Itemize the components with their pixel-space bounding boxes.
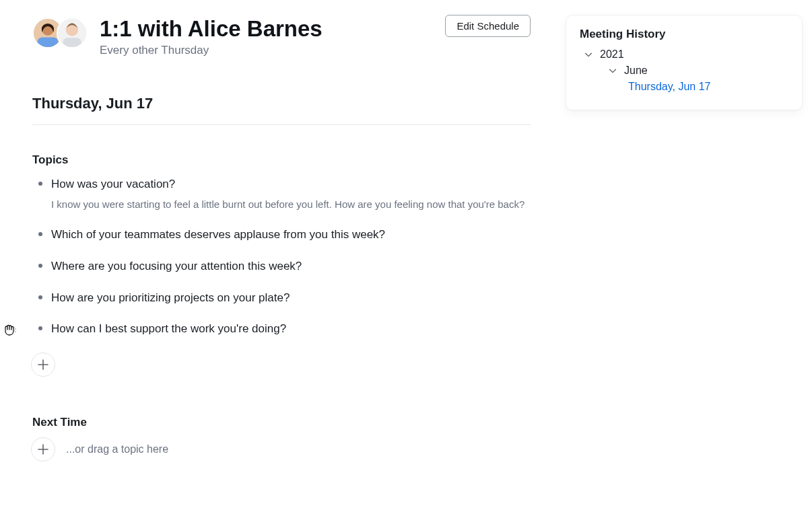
svg-rect-5 [63, 38, 81, 47]
edit-schedule-button[interactable]: Edit Schedule [445, 15, 531, 37]
svg-point-9 [15, 331, 16, 332]
history-entry[interactable]: Thursday, Jun 17 [580, 79, 788, 95]
topic-item[interactable]: Which of your teammates deserves applaus… [32, 227, 531, 244]
svg-point-4 [66, 24, 78, 36]
history-year-label: 2021 [600, 48, 624, 61]
history-entry-link: Thursday, Jun 17 [628, 81, 710, 93]
plus-icon [38, 359, 48, 370]
avatar [57, 17, 88, 48]
next-time-heading: Next Time [32, 416, 531, 429]
topic-item[interactable]: How are you prioritizing projects on you… [32, 290, 531, 307]
plus-icon [38, 444, 48, 455]
history-year[interactable]: 2021 [580, 46, 788, 63]
add-next-time-button[interactable] [31, 437, 55, 461]
svg-rect-2 [37, 37, 58, 47]
topic-title: How are you prioritizing projects on you… [51, 290, 531, 307]
topic-item[interactable]: Where are you focusing your attention th… [32, 258, 531, 275]
history-month-label: June [624, 65, 648, 77]
meeting-date-heading: Thursday, Jun 17 [32, 95, 531, 125]
topic-item[interactable]: How can I best support the work you're d… [32, 321, 531, 338]
svg-point-8 [13, 330, 15, 331]
topic-item[interactable]: How was your vacation? I know you were s… [32, 176, 531, 212]
topic-title: How can I best support the work you're d… [51, 321, 531, 338]
svg-point-7 [15, 328, 16, 330]
history-month[interactable]: June [580, 63, 788, 79]
topics-heading: Topics [32, 153, 531, 167]
meeting-history-card: Meeting History 2021 June Thursday, Jun … [566, 15, 803, 110]
page-title: 1:1 with Alice Barnes [100, 15, 433, 42]
topic-title: How was your vacation? [51, 176, 531, 193]
topic-title: Where are you focusing your attention th… [51, 258, 531, 275]
svg-point-6 [13, 327, 15, 328]
topic-list: How was your vacation? I know you were s… [32, 176, 531, 338]
drag-cursor-icon [2, 323, 17, 340]
chevron-down-icon [608, 66, 617, 75]
drag-topic-placeholder[interactable]: ...or drag a topic here [66, 443, 168, 455]
participant-avatars [32, 15, 88, 48]
topic-title: Which of your teammates deserves applaus… [51, 227, 531, 244]
meeting-history-heading: Meeting History [580, 28, 788, 41]
topic-note: I know you were starting to feel a littl… [51, 197, 531, 213]
schedule-description: Every other Thursday [100, 44, 433, 57]
chevron-down-icon [584, 50, 593, 59]
add-topic-button[interactable] [31, 353, 55, 377]
